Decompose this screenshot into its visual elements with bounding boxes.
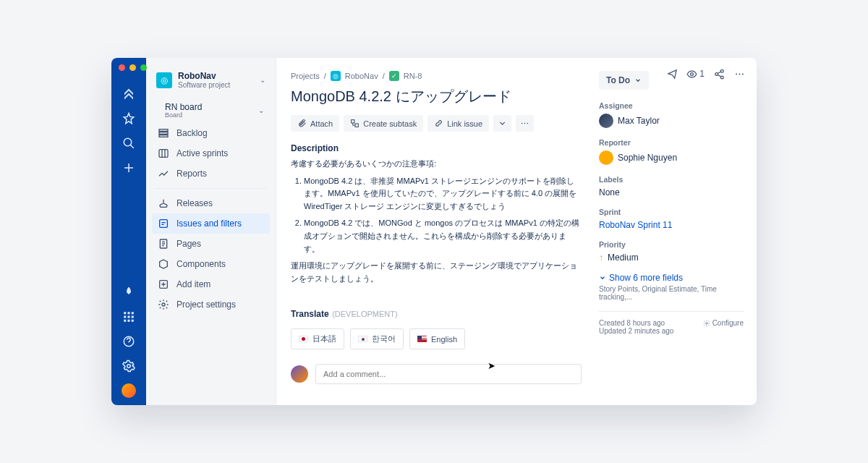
- components-icon: [158, 258, 169, 270]
- issue-type-icon: ✓: [389, 71, 399, 81]
- rocket-icon[interactable]: [122, 285, 136, 300]
- svg-rect-14: [159, 132, 168, 135]
- sidebar-item-settings[interactable]: Project settings: [152, 294, 270, 315]
- crumb-projects[interactable]: Projects: [291, 72, 320, 80]
- svg-rect-5: [128, 316, 130, 318]
- updated-time: Updated 2 minutes ago: [599, 327, 744, 335]
- sidebar-item-pages[interactable]: Pages: [152, 234, 270, 254]
- svg-point-32: [739, 73, 740, 75]
- reporter-avatar: [599, 150, 613, 165]
- svg-point-20: [162, 303, 165, 306]
- comment-row: [291, 364, 582, 384]
- subtask-button[interactable]: Create subtask: [344, 115, 423, 132]
- svg-rect-4: [124, 316, 126, 318]
- lang-korean[interactable]: 한국어: [350, 328, 404, 349]
- svg-rect-6: [132, 316, 134, 318]
- lang-english[interactable]: English: [409, 328, 465, 349]
- search-icon[interactable]: [122, 136, 136, 150]
- sidebar-item-add[interactable]: Add item: [152, 274, 270, 294]
- user-avatar[interactable]: [291, 365, 308, 383]
- crumb-issue-key[interactable]: RN-8: [404, 72, 422, 80]
- svg-rect-16: [159, 150, 168, 158]
- svg-point-24: [524, 123, 526, 124]
- profile-avatar[interactable]: [122, 383, 136, 398]
- svg-rect-2: [128, 312, 130, 314]
- sidebar-item-sprints[interactable]: Active sprints: [152, 143, 270, 163]
- svg-rect-9: [132, 320, 134, 322]
- breadcrumb: Projects / ◎ RoboNav / ✓ RN-8: [291, 71, 582, 81]
- plus-icon[interactable]: [122, 161, 136, 175]
- flag-kr-icon: [358, 336, 367, 342]
- priority-value[interactable]: ↑ Medium: [599, 252, 744, 263]
- project-header[interactable]: ◎ RoboNav Software project ⌄: [152, 68, 270, 98]
- board-subtitle: Board: [165, 112, 251, 119]
- svg-rect-8: [128, 320, 130, 322]
- svg-rect-3: [132, 312, 134, 314]
- labels-value[interactable]: None: [599, 187, 744, 197]
- svg-point-0: [124, 138, 132, 146]
- translate-section: Translate (DEVELOPMENT) 日本語 한국어 English: [291, 307, 582, 349]
- assignee-label: Assignee: [599, 101, 744, 110]
- backlog-icon: [158, 127, 169, 139]
- link-button[interactable]: Link issue: [427, 115, 489, 132]
- sidebar-item-components[interactable]: Components: [152, 254, 270, 274]
- apps-icon[interactable]: [122, 310, 136, 324]
- pages-icon: [158, 238, 169, 250]
- reporter-value[interactable]: Sophie Nguyen: [599, 150, 744, 165]
- svg-rect-13: [159, 129, 168, 132]
- svg-point-33: [741, 73, 743, 75]
- feedback-icon[interactable]: [666, 68, 678, 80]
- svg-rect-7: [124, 320, 126, 322]
- chevron-down-icon: ⌄: [258, 106, 264, 114]
- attach-button[interactable]: Attach: [291, 115, 339, 132]
- issue-title[interactable]: MongoDB 4.2.2 にアップグレード: [291, 87, 582, 106]
- assignee-avatar: [599, 114, 613, 128]
- lang-japanese[interactable]: 日本語: [291, 328, 344, 349]
- description-body[interactable]: 考慮する必要があるいくつかの注意事項: MongoDB 4.2 は、非推奨 MM…: [291, 158, 582, 285]
- sprint-label: Sprint: [599, 208, 744, 216]
- flag-en-icon: [417, 336, 427, 342]
- help-icon[interactable]: [122, 334, 136, 349]
- board-header[interactable]: RN board Board ⌄: [152, 98, 270, 123]
- sprints-icon: [158, 148, 169, 159]
- more-icon[interactable]: [733, 68, 745, 80]
- plus-box-icon: [158, 279, 169, 290]
- svg-point-30: [720, 76, 723, 79]
- svg-point-28: [720, 69, 723, 72]
- comment-input[interactable]: [315, 364, 582, 384]
- flag-jp-icon: [299, 336, 308, 342]
- created-time: Created 8 hours ago: [599, 319, 665, 327]
- share-icon[interactable]: [713, 68, 725, 80]
- more-fields-list: Story Points, Original Estimate, Time tr…: [599, 285, 744, 301]
- svg-point-23: [522, 123, 523, 124]
- project-sidebar: ◎ RoboNav Software project ⌄ RN board Bo…: [146, 58, 276, 405]
- more-actions-button[interactable]: [516, 115, 534, 132]
- watch-button[interactable]: 1: [686, 69, 705, 80]
- assignee-value[interactable]: Max Taylor: [599, 114, 744, 128]
- show-more-fields[interactable]: Show 6 more fields: [599, 273, 744, 283]
- sidebar-item-reports[interactable]: Reports: [152, 163, 270, 184]
- board-name: RN board: [165, 102, 251, 112]
- jira-logo-icon[interactable]: [122, 87, 136, 101]
- star-icon[interactable]: [122, 111, 136, 126]
- labels-label: Labels: [599, 175, 744, 184]
- status-dropdown[interactable]: To Do: [599, 71, 649, 90]
- issue-actions: Attach Create subtask Link issue: [291, 115, 582, 132]
- project-type: Software project: [178, 81, 254, 89]
- link-dropdown-button[interactable]: [493, 115, 511, 132]
- sidebar-item-backlog[interactable]: Backlog: [152, 123, 270, 143]
- configure-button[interactable]: Configure: [703, 319, 744, 327]
- sprint-value[interactable]: RoboNav Sprint 11: [599, 220, 744, 230]
- svg-point-11: [127, 365, 131, 368]
- sidebar-item-releases[interactable]: Releases: [152, 193, 270, 213]
- issue-side-panel: To Do Assignee Max Taylor Reporter Sophi…: [599, 71, 744, 405]
- reporter-label: Reporter: [599, 138, 744, 147]
- crumb-project[interactable]: RoboNav: [345, 72, 378, 80]
- sidebar-item-issues[interactable]: Issues and filters: [152, 213, 270, 234]
- global-nav-rail: [111, 58, 146, 405]
- svg-point-29: [715, 72, 718, 75]
- project-icon: ◎: [331, 71, 341, 81]
- settings-icon[interactable]: [122, 359, 136, 373]
- svg-point-31: [736, 73, 737, 75]
- traffic-lights[interactable]: [119, 64, 147, 71]
